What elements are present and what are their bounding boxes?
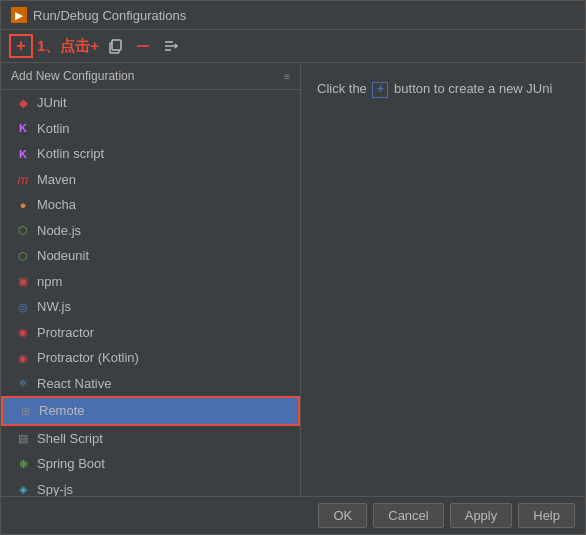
copy-button[interactable] xyxy=(103,34,127,58)
annotation-1: 1、点击+ xyxy=(37,37,99,56)
scroll-icon: ≡ xyxy=(284,71,290,82)
junit-icon: ◆ xyxy=(15,95,31,111)
list-item-react-native[interactable]: ⚛ React Native xyxy=(1,371,300,397)
plus-icon: + xyxy=(372,82,388,98)
sort-button[interactable] xyxy=(159,34,183,58)
apply-button[interactable]: Apply xyxy=(450,503,513,528)
remote-icon: ⊞ xyxy=(17,403,33,419)
list-item-nodeunit[interactable]: ⬡ Nodeunit xyxy=(1,243,300,269)
shell-icon: ▤ xyxy=(15,430,31,446)
list-item-junit[interactable]: ◆ JUnit xyxy=(1,90,300,116)
kotlin-icon: K xyxy=(15,120,31,136)
list-item-kotlin-script[interactable]: K Kotlin script xyxy=(1,141,300,167)
list-item-npm[interactable]: ▣ npm xyxy=(1,269,300,295)
ok-button[interactable]: OK xyxy=(318,503,367,528)
bottom-bar: OK Cancel Apply Help xyxy=(1,496,585,534)
list-item-label: Kotlin script xyxy=(37,144,104,164)
list-item-label: Shell Script xyxy=(37,429,103,449)
nwjs-icon: ◎ xyxy=(15,299,31,315)
nodeunit-icon: ⬡ xyxy=(15,248,31,264)
remove-button[interactable] xyxy=(131,34,155,58)
list-item-remote[interactable]: ⊞ Remote 2、点击远程 xyxy=(1,396,300,426)
nodejs-icon: ⬡ xyxy=(15,222,31,238)
npm-icon: ▣ xyxy=(15,273,31,289)
list-item-label: Protractor xyxy=(37,323,94,343)
content-area: Add New Configuration ≡ ◆ JUnit K Kotlin… xyxy=(1,63,585,496)
instruction-text: Click the + button to create a new JUni xyxy=(317,79,569,100)
help-button[interactable]: Help xyxy=(518,503,575,528)
right-panel: Click the + button to create a new JUni xyxy=(301,63,585,496)
list-item-spy-js[interactable]: ◈ Spy-js xyxy=(1,477,300,497)
protractor-kotlin-icon: ◉ xyxy=(15,350,31,366)
list-item-spring-boot[interactable]: ❋ Spring Boot xyxy=(1,451,300,477)
list-item-nodejs[interactable]: ⬡ Node.js xyxy=(1,218,300,244)
left-panel: Add New Configuration ≡ ◆ JUnit K Kotlin… xyxy=(1,63,301,496)
kotlin-script-icon: K xyxy=(15,146,31,162)
list-item-mocha[interactable]: ● Mocha xyxy=(1,192,300,218)
title-bar-icon: ▶ xyxy=(11,7,27,23)
instruction-suffix: button to create a new JUni xyxy=(394,81,552,96)
list-item-label: JUnit xyxy=(37,93,67,113)
list-item-label: Remote xyxy=(39,401,85,421)
list-item-shell-script[interactable]: ▤ Shell Script xyxy=(1,426,300,452)
list-item-maven[interactable]: m Maven xyxy=(1,167,300,193)
list-item-label: Kotlin xyxy=(37,119,70,139)
cancel-button[interactable]: Cancel xyxy=(373,503,443,528)
add-config-button[interactable]: + xyxy=(9,34,33,58)
list-item-protractor[interactable]: ◉ Protractor xyxy=(1,320,300,346)
protractor-icon: ◉ xyxy=(15,324,31,340)
list-item-nwjs[interactable]: ◎ NW.js xyxy=(1,294,300,320)
list-item-label: Nodeunit xyxy=(37,246,89,266)
list-item-label: React Native xyxy=(37,374,111,394)
list-item-label: Spring Boot xyxy=(37,454,105,474)
list-item-label: Protractor (Kotlin) xyxy=(37,348,139,368)
svg-rect-1 xyxy=(112,40,121,50)
spring-boot-icon: ❋ xyxy=(15,456,31,472)
mocha-icon: ● xyxy=(15,197,31,213)
list-item-label: Node.js xyxy=(37,221,81,241)
react-icon: ⚛ xyxy=(15,375,31,391)
run-debug-dialog: ▶ Run/Debug Configurations + 1、点击+ xyxy=(0,0,586,535)
maven-icon: m xyxy=(15,171,31,187)
title-bar: ▶ Run/Debug Configurations xyxy=(1,1,585,30)
list-item-label: NW.js xyxy=(37,297,71,317)
list-item-protractor-kotlin[interactable]: ◉ Protractor (Kotlin) xyxy=(1,345,300,371)
panel-header-label: Add New Configuration xyxy=(11,69,134,83)
instruction-prefix: Click the xyxy=(317,81,367,96)
panel-header: Add New Configuration ≡ xyxy=(1,63,300,90)
list-item-label: Mocha xyxy=(37,195,76,215)
list-item-label: Spy-js xyxy=(37,480,73,497)
dialog-title: Run/Debug Configurations xyxy=(33,8,186,23)
list-item-label: npm xyxy=(37,272,62,292)
spy-js-icon: ◈ xyxy=(15,481,31,496)
list-item-kotlin[interactable]: K Kotlin xyxy=(1,116,300,142)
toolbar: + 1、点击+ xyxy=(1,30,585,63)
config-list[interactable]: ◆ JUnit K Kotlin K Kotlin script m Maven… xyxy=(1,90,300,496)
list-item-label: Maven xyxy=(37,170,76,190)
